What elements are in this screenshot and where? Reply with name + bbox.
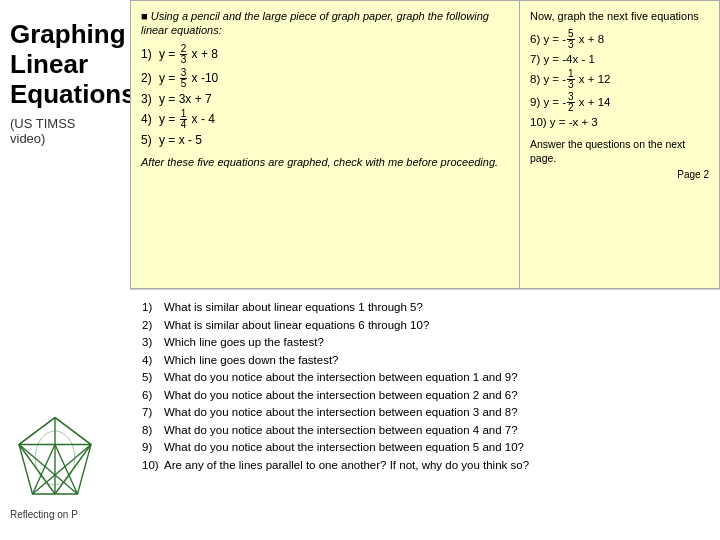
- panel-right-title: Now, graph the next five equations: [530, 9, 709, 23]
- question-6: 6) What do you notice about the intersec…: [142, 388, 708, 404]
- eq-item-1: 1) y = 23 x + 8: [141, 44, 509, 65]
- question-2: 2) What is similar about linear equation…: [142, 318, 708, 334]
- question-10: 10) Are any of the lines parallel to one…: [142, 458, 708, 474]
- question-7: 7) What do you notice about the intersec…: [142, 405, 708, 421]
- svg-line-4: [33, 445, 92, 495]
- eq-item-2: 2) y = 35 x -10: [141, 68, 509, 89]
- after-note: After these five equations are graphed, …: [141, 155, 509, 169]
- panel-instruction: ■ Using a pencil and the large piece of …: [141, 9, 509, 38]
- question-9: 9) What do you notice about the intersec…: [142, 440, 708, 456]
- r-eq-9: 9) y = -32 x + 14: [530, 92, 709, 113]
- title-line2: Linear: [10, 49, 88, 79]
- question-5: 5) What do you notice about the intersec…: [142, 370, 708, 386]
- svg-line-3: [19, 445, 78, 495]
- subtitle: (US TIMSS: [10, 116, 76, 131]
- sidebar-title: Graphing Linear Equations (US TIMSS vide…: [10, 20, 120, 146]
- questions-list: 1) What is similar about linear equation…: [142, 300, 708, 473]
- r-eq-8: 8) y = -13 x + 12: [530, 69, 709, 90]
- r-eq-7: 7) y = -4x - 1: [530, 52, 709, 67]
- eq-item-3: 3) y = 3x + 7: [141, 92, 509, 106]
- r-eq-6: 6) y = -53 x + 8: [530, 29, 709, 50]
- sidebar: Graphing Linear Equations (US TIMSS vide…: [0, 0, 130, 540]
- question-8: 8) What do you notice about the intersec…: [142, 423, 708, 439]
- equations-list: 1) y = 23 x + 8 2) y = 35 x -10 3) y = 3…: [141, 44, 509, 147]
- panel-right-list: 6) y = -53 x + 8 7) y = -4x - 1 8) y = -…: [530, 29, 709, 130]
- top-panels: ■ Using a pencil and the large piece of …: [130, 0, 720, 290]
- sidebar-bottom: Reflecting on P: [10, 413, 120, 520]
- reflecting-label: Reflecting on P: [10, 509, 78, 520]
- svg-line-6: [55, 418, 91, 445]
- bottom-panel: 1) What is similar about linear equation…: [130, 290, 720, 540]
- r-eq-10: 10) y = -x + 3: [530, 115, 709, 130]
- question-1: 1) What is similar about linear equation…: [142, 300, 708, 316]
- page-container: Graphing Linear Equations (US TIMSS vide…: [0, 0, 720, 540]
- eq-item-5: 5) y = x - 5: [141, 133, 509, 147]
- page-number: Page 2: [530, 169, 709, 180]
- question-4: 4) Which line goes down the fastest?: [142, 353, 708, 369]
- answer-note: Answer the questions on the next page.: [530, 138, 709, 165]
- question-3: 3) Which line goes up the fastest?: [142, 335, 708, 351]
- panel-left: ■ Using a pencil and the large piece of …: [130, 0, 520, 289]
- panel-right: Now, graph the next five equations 6) y …: [520, 0, 720, 289]
- main-content: ■ Using a pencil and the large piece of …: [130, 0, 720, 540]
- subtitle2: video): [10, 131, 45, 146]
- svg-line-5: [19, 418, 55, 445]
- gem-icon: [10, 413, 100, 503]
- title-line1: Graphing: [10, 19, 126, 49]
- eq-item-4: 4) y = 14 x - 4: [141, 109, 509, 130]
- title-line3: Equations: [10, 79, 136, 109]
